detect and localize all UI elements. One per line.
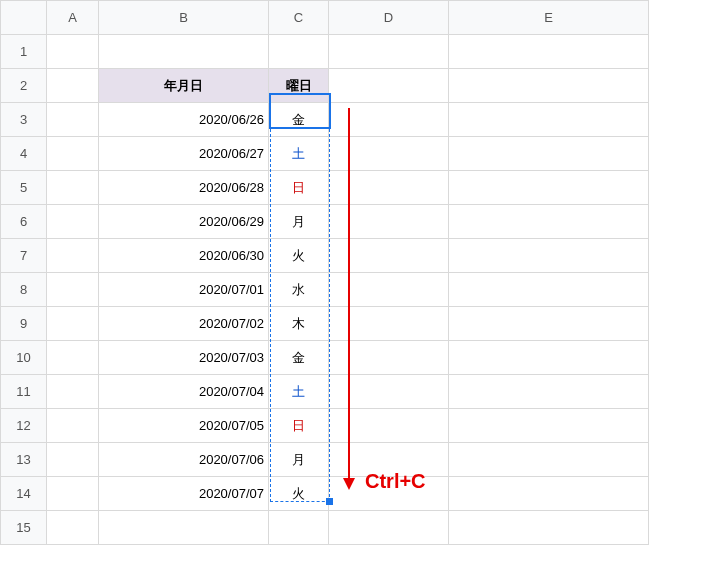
cell-B6[interactable]: 2020/06/29 [99, 205, 269, 239]
cell-A10[interactable] [47, 341, 99, 375]
cell-A7[interactable] [47, 239, 99, 273]
cell-C1[interactable] [269, 35, 329, 69]
cell-A6[interactable] [47, 205, 99, 239]
cell-C15[interactable] [269, 511, 329, 545]
cell-D10[interactable] [329, 341, 449, 375]
cell-A4[interactable] [47, 137, 99, 171]
cell-C8[interactable]: 水 [269, 273, 329, 307]
cell-C4[interactable]: 土 [269, 137, 329, 171]
cell-D12[interactable] [329, 409, 449, 443]
row-header-11[interactable]: 11 [1, 375, 47, 409]
col-header-B[interactable]: B [99, 1, 269, 35]
cell-D3[interactable] [329, 103, 449, 137]
row-header-7[interactable]: 7 [1, 239, 47, 273]
cell-D1[interactable] [329, 35, 449, 69]
row-header-5[interactable]: 5 [1, 171, 47, 205]
annotation-arrow-head-icon [343, 478, 355, 490]
cell-E15[interactable] [449, 511, 649, 545]
cell-C3[interactable]: 金 [269, 103, 329, 137]
cell-C7[interactable]: 火 [269, 239, 329, 273]
row-header-13[interactable]: 13 [1, 443, 47, 477]
cell-B8[interactable]: 2020/07/01 [99, 273, 269, 307]
cell-E6[interactable] [449, 205, 649, 239]
row-header-10[interactable]: 10 [1, 341, 47, 375]
col-header-A[interactable]: A [47, 1, 99, 35]
cell-A1[interactable] [47, 35, 99, 69]
cell-B7[interactable]: 2020/06/30 [99, 239, 269, 273]
cell-E12[interactable] [449, 409, 649, 443]
cell-E13[interactable] [449, 443, 649, 477]
cell-B12[interactable]: 2020/07/05 [99, 409, 269, 443]
col-header-D[interactable]: D [329, 1, 449, 35]
cell-C12[interactable]: 日 [269, 409, 329, 443]
cell-C6[interactable]: 月 [269, 205, 329, 239]
cell-E4[interactable] [449, 137, 649, 171]
cell-B13[interactable]: 2020/07/06 [99, 443, 269, 477]
cell-C9[interactable]: 木 [269, 307, 329, 341]
cell-D8[interactable] [329, 273, 449, 307]
cell-E2[interactable] [449, 69, 649, 103]
cell-C2[interactable]: 曜日 [269, 69, 329, 103]
cell-A8[interactable] [47, 273, 99, 307]
cell-D4[interactable] [329, 137, 449, 171]
cell-B9[interactable]: 2020/07/02 [99, 307, 269, 341]
cell-E5[interactable] [449, 171, 649, 205]
cell-D2[interactable] [329, 69, 449, 103]
cell-D15[interactable] [329, 511, 449, 545]
cell-E7[interactable] [449, 239, 649, 273]
cell-E1[interactable] [449, 35, 649, 69]
cell-C13[interactable]: 月 [269, 443, 329, 477]
cell-A11[interactable] [47, 375, 99, 409]
cell-A5[interactable] [47, 171, 99, 205]
cell-A2[interactable] [47, 69, 99, 103]
cell-C14[interactable]: 火 [269, 477, 329, 511]
cell-D6[interactable] [329, 205, 449, 239]
cell-B5[interactable]: 2020/06/28 [99, 171, 269, 205]
cell-B10[interactable]: 2020/07/03 [99, 341, 269, 375]
cell-E9[interactable] [449, 307, 649, 341]
cell-B11[interactable]: 2020/07/04 [99, 375, 269, 409]
spreadsheet-grid[interactable]: A B C D E 1 2 年月日 曜日 3 2020/06/26 金 4 20… [0, 0, 649, 545]
cell-E11[interactable] [449, 375, 649, 409]
cell-A12[interactable] [47, 409, 99, 443]
cell-E14[interactable] [449, 477, 649, 511]
cell-D9[interactable] [329, 307, 449, 341]
cell-B15[interactable] [99, 511, 269, 545]
row-header-4[interactable]: 4 [1, 137, 47, 171]
cell-D7[interactable] [329, 239, 449, 273]
cell-C5[interactable]: 日 [269, 171, 329, 205]
cell-C11[interactable]: 土 [269, 375, 329, 409]
cell-D11[interactable] [329, 375, 449, 409]
row-header-9[interactable]: 9 [1, 307, 47, 341]
row-header-8[interactable]: 8 [1, 273, 47, 307]
col-header-C[interactable]: C [269, 1, 329, 35]
cell-B1[interactable] [99, 35, 269, 69]
cell-E10[interactable] [449, 341, 649, 375]
cell-D5[interactable] [329, 171, 449, 205]
cell-A15[interactable] [47, 511, 99, 545]
col-header-E[interactable]: E [449, 1, 649, 35]
cell-B14[interactable]: 2020/07/07 [99, 477, 269, 511]
cell-A3[interactable] [47, 103, 99, 137]
row-header-3[interactable]: 3 [1, 103, 47, 137]
row-header-12[interactable]: 12 [1, 409, 47, 443]
row-header-15[interactable]: 15 [1, 511, 47, 545]
cell-A13[interactable] [47, 443, 99, 477]
select-all-corner[interactable] [1, 1, 47, 35]
annotation-arrow-line [348, 108, 350, 480]
annotation-label: Ctrl+C [365, 470, 426, 493]
cell-B2[interactable]: 年月日 [99, 69, 269, 103]
cell-B4[interactable]: 2020/06/27 [99, 137, 269, 171]
row-header-2[interactable]: 2 [1, 69, 47, 103]
row-header-1[interactable]: 1 [1, 35, 47, 69]
cell-B3[interactable]: 2020/06/26 [99, 103, 269, 137]
row-header-14[interactable]: 14 [1, 477, 47, 511]
cell-E3[interactable] [449, 103, 649, 137]
cell-A14[interactable] [47, 477, 99, 511]
cell-E8[interactable] [449, 273, 649, 307]
cell-C10[interactable]: 金 [269, 341, 329, 375]
cell-A9[interactable] [47, 307, 99, 341]
row-header-6[interactable]: 6 [1, 205, 47, 239]
